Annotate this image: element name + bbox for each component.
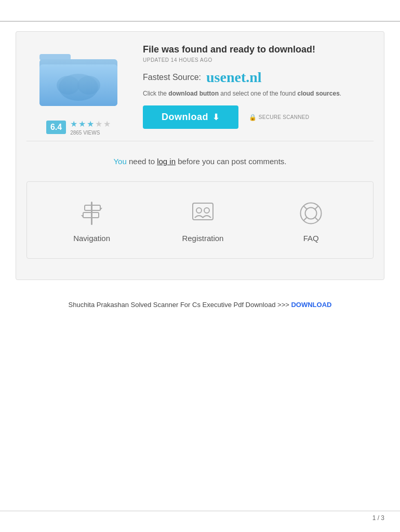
- comments-text: You need to log in before you can post c…: [26, 157, 374, 166]
- download-button[interactable]: Download ⬇: [143, 105, 238, 129]
- folder-section: 6.4 ★ ★ ★ ★ ★ 2865 VIEWS: [26, 42, 130, 136]
- click-dot: .: [340, 90, 341, 97]
- rating-badge: 6.4: [46, 121, 66, 134]
- login-link[interactable]: log in: [157, 157, 176, 166]
- svg-line-20: [303, 217, 307, 221]
- nav-label-registration: Registration: [182, 234, 223, 243]
- fastest-label: Fastest Source:: [143, 73, 201, 82]
- top-border: [0, 21, 400, 22]
- info-section: File was found and ready to download! UP…: [143, 42, 374, 136]
- file-found-title: File was found and ready to download!: [143, 44, 374, 55]
- star-3: ★: [87, 119, 94, 129]
- nav-label-faq: FAQ: [303, 234, 319, 243]
- stars-row: ★ ★ ★ ★ ★: [70, 119, 111, 129]
- page-number: 1 / 3: [372, 514, 384, 522]
- main-card: 6.4 ★ ★ ★ ★ ★ 2865 VIEWS File w: [16, 31, 384, 280]
- download-icon: ⬇: [212, 112, 220, 122]
- nav-item-registration[interactable]: Registration: [182, 197, 223, 243]
- registration-icon: [187, 197, 218, 229]
- download-btn-label: Download: [162, 112, 208, 123]
- star-5: ★: [103, 119, 111, 129]
- usenet-logo: usenet.nl: [206, 69, 262, 86]
- svg-line-17: [303, 206, 307, 209]
- click-post: and select one of the found: [219, 90, 297, 97]
- svg-line-19: [315, 206, 318, 209]
- folder-icon: [32, 42, 125, 115]
- click-bold2: cloud sources: [297, 90, 339, 97]
- fastest-row: Fastest Source: usenet.nl: [143, 69, 374, 86]
- bottom-text-section: Shuchita Prakashan Solved Scanner For Cs…: [16, 290, 384, 319]
- navigation-icon: [76, 197, 108, 229]
- secure-text: SECURE SCANNED: [259, 114, 310, 120]
- bottom-description: Shuchita Prakashan Solved Scanner For Cs…: [69, 301, 291, 309]
- svg-rect-6: [39, 59, 117, 106]
- rating-row: 6.4 ★ ★ ★ ★ ★ 2865 VIEWS: [46, 119, 111, 136]
- svg-line-18: [315, 217, 318, 221]
- click-bold1: download button: [168, 90, 219, 97]
- click-pre: Click the: [143, 90, 168, 97]
- svg-point-13: [196, 208, 202, 213]
- star-1: ★: [70, 119, 77, 129]
- bottom-border: [0, 511, 400, 511]
- nav-label-navigation: Navigation: [73, 234, 110, 243]
- lock-icon: 🔒: [249, 114, 257, 121]
- comments-section: You need to log in before you can post c…: [26, 141, 374, 181]
- faq-icon: [296, 197, 327, 229]
- you-text: You: [113, 157, 126, 166]
- comment-msg: need to: [127, 157, 157, 166]
- secure-scanned: 🔒 SECURE SCANNED: [249, 114, 310, 121]
- navigation-section: Navigation Registration: [26, 181, 374, 259]
- nav-item-faq[interactable]: FAQ: [296, 197, 327, 243]
- updated-text: UPDATED 14 HOUES AGO: [143, 57, 374, 63]
- nav-item-navigation[interactable]: Navigation: [73, 197, 110, 243]
- click-instruction: Click the download button and select one…: [143, 90, 374, 97]
- views-count: 2865 VIEWS: [70, 130, 111, 136]
- download-row: Download ⬇ 🔒 SECURE SCANNED: [143, 105, 374, 129]
- bottom-download-link[interactable]: DOWNLOAD: [291, 301, 331, 309]
- star-2: ★: [78, 119, 86, 129]
- svg-point-14: [204, 208, 209, 213]
- star-4: ★: [95, 119, 102, 129]
- comment-after: before you can post comments.: [176, 157, 286, 166]
